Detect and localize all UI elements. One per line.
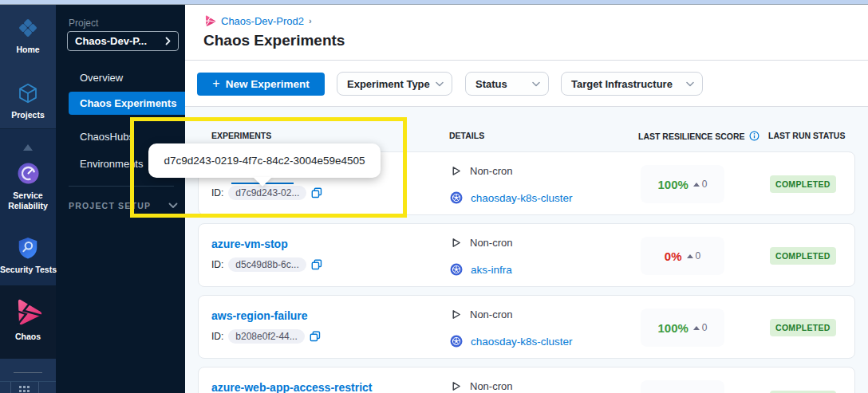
rail-label-chaos: Chaos	[0, 332, 56, 342]
status-filter-label: Status	[475, 78, 507, 90]
resilience-score-box: 0% 0	[641, 237, 724, 275]
cron-type: Non-cron	[470, 237, 512, 249]
rail-item-chaos[interactable]: Chaos	[0, 297, 56, 342]
tooltip: d7c9d243-0219-4f7c-84c2-3004e59e4505	[148, 143, 381, 178]
project-label: Project	[69, 18, 98, 29]
experiment-name-link[interactable]: aws-region-failure	[211, 309, 308, 322]
cron-type: Non-cron	[470, 380, 512, 392]
resilience-score-box: 100% 0	[641, 309, 724, 347]
triangle-up-icon	[693, 326, 700, 330]
play-icon	[450, 237, 462, 249]
cron-info: Non-cron	[450, 309, 512, 320]
rail-item-projects[interactable]: Projects	[0, 81, 56, 120]
apps-grid-icon[interactable]	[19, 385, 30, 393]
plus-icon: +	[212, 77, 219, 91]
info-icon[interactable]	[749, 131, 760, 141]
sidenav-item-label: Chaos Experiments	[80, 97, 176, 109]
experiment-name-link[interactable]: azure-web-app-access-restrict	[211, 381, 373, 393]
sidenav-item-chaoshubs[interactable]: ChaosHubs	[80, 131, 134, 143]
tooltip-caret	[253, 177, 272, 187]
infrastructure-link[interactable]: chaosday-k8s-cluster	[471, 336, 573, 348]
rail-item-service-reliability[interactable]: ServiceReliability	[0, 161, 56, 211]
rail-footer-divider-right	[38, 382, 39, 393]
cron-info: Non-cron	[450, 237, 512, 249]
experiment-row[interactable]: azure-vm-stop ID: d5c49d8b-6c... Non-cro…	[198, 223, 855, 287]
score-delta: 0	[693, 179, 708, 190]
infrastructure-info: aks-infra	[450, 263, 512, 276]
experiment-id-row: ID: b208e0f2-44...	[211, 329, 321, 344]
rail-label-home: Home	[0, 45, 56, 55]
scroll-up-icon[interactable]	[23, 144, 33, 151]
column-header-details: DETAILS	[449, 131, 484, 140]
infrastructure-link[interactable]: aks-infra	[471, 264, 512, 276]
experiment-id-row: ID: d5c49d8b-6c...	[211, 257, 322, 272]
rail-item-home[interactable]: Home	[0, 16, 56, 55]
breadcrumb: Chaos-Dev-Prod2 ›	[203, 14, 312, 27]
kubernetes-icon	[450, 191, 463, 204]
triangle-up-icon	[687, 254, 693, 258]
status-badge: COMPLETED	[770, 247, 836, 265]
security-tests-icon	[16, 249, 40, 262]
experiment-row[interactable]: azure-web-app-access-restrict ID: Non-cr…	[198, 367, 855, 393]
chaos-module-icon	[203, 14, 216, 27]
copy-icon[interactable]	[310, 331, 321, 342]
kubernetes-icon	[450, 263, 463, 276]
cron-type: Non-cron	[470, 165, 512, 177]
chaos-icon	[13, 316, 43, 329]
new-experiment-button[interactable]: + New Experiment	[197, 73, 325, 96]
chevron-down-icon	[532, 81, 540, 87]
project-selector[interactable]: Chaos-Dev-P...	[67, 31, 179, 51]
module-rail: Home Projects ServiceReliability Securit…	[0, 5, 56, 393]
page-title: Chaos Experiments	[203, 32, 345, 49]
breadcrumb-separator: ›	[309, 16, 312, 26]
kubernetes-icon	[450, 335, 463, 348]
score-delta: 0	[687, 250, 701, 261]
resilience-score-value: 100%	[657, 178, 688, 191]
new-experiment-label: New Experiment	[226, 78, 310, 90]
triangle-up-icon	[693, 183, 700, 187]
experiment-row[interactable]: aws-region-failure ID: b208e0f2-44... No…	[198, 295, 855, 359]
status-badge: COMPLETED	[770, 319, 836, 336]
chevron-down-icon	[436, 81, 444, 87]
infrastructure-info: chaosday-k8s-cluster	[450, 335, 573, 348]
target-infrastructure-filter[interactable]: Target Infrastructure	[561, 72, 703, 96]
cron-type: Non-cron	[470, 309, 512, 320]
rail-footer-divider-left	[10, 382, 11, 393]
rail-label-projects: Projects	[0, 110, 56, 120]
sidenav-item-chaos-experiments[interactable]: Chaos Experiments	[69, 92, 185, 115]
breadcrumb-project-link[interactable]: Chaos-Dev-Prod2	[221, 15, 304, 27]
cron-info: Non-cron	[450, 380, 512, 392]
target-infrastructure-label: Target Infrastructure	[571, 78, 673, 90]
project-selector-value: Chaos-Dev-P...	[75, 35, 165, 47]
home-icon	[16, 29, 40, 42]
column-header-status: LAST RUN STATUS	[768, 131, 845, 140]
resilience-score-value: 0%	[665, 250, 682, 263]
score-delta-value: 0	[702, 179, 708, 190]
projects-icon	[16, 94, 40, 108]
experiment-id-pill: d5c49d8b-6c...	[228, 257, 306, 272]
rail-divider	[14, 372, 42, 373]
chevron-right-icon	[165, 37, 171, 45]
play-icon	[450, 165, 462, 177]
id-label: ID:	[211, 331, 223, 342]
rail-item-security-tests[interactable]: Security Tests	[0, 236, 56, 275]
experiment-type-filter[interactable]: Experiment Type	[337, 72, 452, 96]
infrastructure-link[interactable]: chaosday-k8s-cluster	[471, 192, 573, 204]
cron-info: Non-cron	[450, 165, 512, 177]
score-delta-value: 0	[696, 250, 701, 261]
play-icon	[450, 309, 462, 320]
copy-icon[interactable]	[311, 259, 322, 270]
score-delta-value: 0	[702, 322, 708, 333]
tooltip-text: d7c9d243-0219-4f7c-84c2-3004e59e4505	[164, 155, 365, 167]
experiment-type-label: Experiment Type	[347, 78, 430, 90]
infrastructure-info: chaosday-k8s-cluster	[450, 191, 573, 204]
resilience-score-value: 100%	[657, 321, 688, 335]
experiment-name-link[interactable]: azure-vm-stop	[211, 238, 288, 250]
experiment-id-pill: b208e0f2-44...	[228, 329, 304, 344]
status-filter[interactable]: Status	[465, 72, 549, 96]
score-delta: 0	[693, 322, 708, 333]
top-accent-bar	[0, 0, 868, 5]
service-reliability-icon	[16, 175, 41, 188]
column-header-score: LAST RESILIENCE SCORE	[638, 131, 760, 141]
sidenav-item-overview[interactable]: Overview	[80, 72, 123, 84]
